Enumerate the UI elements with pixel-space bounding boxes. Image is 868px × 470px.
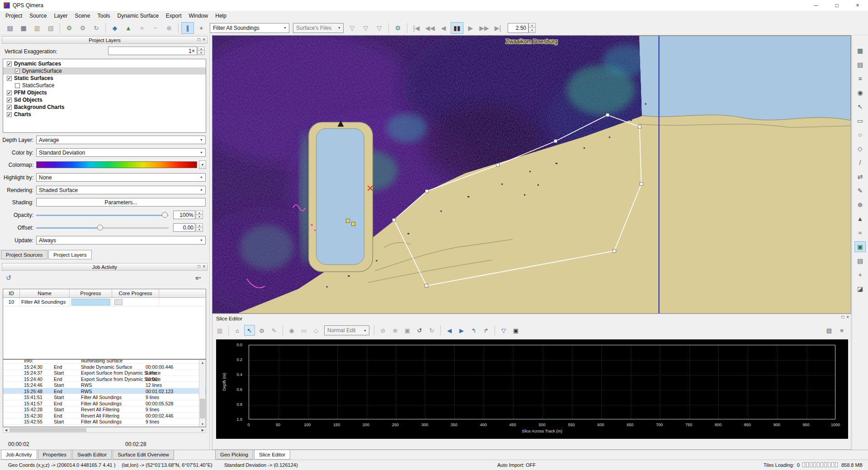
- track-lines-icon[interactable]: ≡: [854, 73, 866, 84]
- scroll-down-icon[interactable]: ▼: [199, 421, 206, 427]
- scroll-right-icon[interactable]: ▶: [200, 428, 206, 432]
- log-row[interactable]: 15:24:30EndShade Dynamic Surface00:00:00…: [3, 364, 206, 370]
- turn-right-icon[interactable]: ↱: [481, 325, 491, 336]
- menu-item-tools[interactable]: Tools: [94, 11, 113, 20]
- close-button[interactable]: ×: [847, 0, 868, 11]
- tab-surface-edit-overview[interactable]: Surface Edit Overview: [113, 450, 174, 460]
- log-row[interactable]: 15:24:40EndExport Surface from Dynamic S…: [3, 376, 206, 382]
- spin-up-icon[interactable]: ▲: [196, 223, 203, 228]
- log-row[interactable]: 15:24:37StartExport Surface from Dynamic…: [3, 370, 206, 376]
- polygon-vertex-handle[interactable]: [613, 249, 616, 253]
- color-map-icon[interactable]: ▤: [854, 59, 866, 70]
- menu-item-project[interactable]: Project: [2, 11, 26, 20]
- annotate-tool-icon[interactable]: ✎: [854, 185, 866, 196]
- measure-tool-icon[interactable]: ⇄: [854, 171, 866, 182]
- pointer-tool-icon[interactable]: ↖: [244, 325, 255, 336]
- column-header-name[interactable]: Name: [20, 289, 70, 297]
- spin-up-icon[interactable]: ▲: [196, 211, 203, 215]
- update-dropdown[interactable]: Always▼: [36, 236, 206, 244]
- job-row[interactable]: 10Filter All Soundings: [3, 298, 206, 306]
- polygon-select-icon[interactable]: ◇: [854, 143, 866, 154]
- log-row[interactable]: 15:41:51StartFilter All Soundings9 lines: [3, 394, 206, 400]
- menu-item-export[interactable]: Export: [162, 11, 185, 20]
- select-rect-icon[interactable]: ▭: [298, 325, 309, 336]
- slice-filter-icon[interactable]: ▽: [498, 325, 509, 336]
- offset-slider-handle[interactable]: [97, 225, 103, 230]
- layer-stack-icon[interactable]: ▤: [854, 255, 866, 266]
- edit-surface-icon[interactable]: ◪: [854, 283, 866, 294]
- svp-icon[interactable]: ≈: [136, 22, 148, 34]
- fast-backward-icon[interactable]: ◀◀: [424, 22, 436, 34]
- filter-mode-dropdown[interactable]: Filter All Soundings▼: [210, 23, 289, 33]
- column-header-progress[interactable]: Progress: [70, 289, 112, 297]
- tab-project-layers[interactable]: Project Layers: [48, 250, 92, 259]
- snapshot-icon[interactable]: ▣: [510, 325, 521, 336]
- scrollbar-thumb[interactable]: [9, 428, 86, 432]
- opacity-slider[interactable]: [36, 215, 169, 216]
- opacity-value[interactable]: 100%: [173, 211, 195, 219]
- minimize-button[interactable]: ─: [806, 0, 826, 11]
- log-row[interactable]: 15:41:57EndFilter All Soundings00:00:05.…: [3, 400, 206, 407]
- skip-first-icon[interactable]: |◀: [410, 22, 423, 34]
- globe-tool-icon[interactable]: ⊕: [854, 199, 866, 210]
- select-point-icon[interactable]: ◉: [286, 325, 297, 336]
- prev-slice-icon[interactable]: ◀: [444, 325, 455, 336]
- tab-geo-picking[interactable]: Geo Picking: [215, 450, 253, 460]
- navigation-icon[interactable]: ▲: [122, 22, 135, 34]
- rect-select-icon[interactable]: ▭: [854, 115, 866, 126]
- offset-spinner[interactable]: ▲▼: [196, 223, 203, 232]
- polygon-vertex-handle[interactable]: [554, 140, 557, 143]
- tab-properties[interactable]: Properties: [38, 450, 71, 460]
- auto-process-icon[interactable]: ⚙: [63, 22, 75, 34]
- undo-edit-icon[interactable]: ↺: [414, 325, 425, 336]
- log-horizontal-scrollbar[interactable]: ◀ ▶: [3, 427, 206, 433]
- map-canvas[interactable]: Zwaaikom Doesburg: [212, 36, 851, 313]
- lasso-select-icon[interactable]: ○: [854, 129, 866, 140]
- shading-button[interactable]: Parameters...: [36, 198, 206, 207]
- surface-files-dropdown[interactable]: Surface's Files▼: [293, 23, 344, 33]
- accept-soundings-icon[interactable]: ⊕: [390, 325, 401, 336]
- log-row[interactable]: Info:Illuminating Surface: [3, 359, 206, 364]
- opacity-spinner[interactable]: ▲▼: [196, 211, 203, 219]
- soundings-icon[interactable]: ◉: [854, 87, 866, 98]
- filter-reject-icon[interactable]: ▽: [359, 22, 372, 34]
- color-by-dropdown[interactable]: Standard Deviation▼: [36, 148, 206, 157]
- log-row[interactable]: 15:42:28StartRevert All Filtering9 lines: [3, 406, 206, 413]
- chart-object-marker[interactable]: [346, 219, 350, 223]
- rendering-dropdown[interactable]: Shaded Surface▼: [36, 186, 206, 194]
- next-slice-icon[interactable]: ▶: [456, 325, 467, 336]
- tab-swath-editor[interactable]: Swath Editor: [72, 450, 112, 460]
- log-row[interactable]: 15:42:55StartFilter All Soundings9 lines: [3, 418, 206, 425]
- processing-settings-icon[interactable]: ⚙: [76, 22, 89, 34]
- save-slice-icon[interactable]: ▥: [214, 325, 225, 336]
- play-icon[interactable]: ▶: [464, 22, 477, 34]
- menu-item-window[interactable]: Window: [185, 11, 212, 20]
- polygon-vertex-handle[interactable]: [640, 182, 643, 185]
- step-backward-icon[interactable]: ◀: [437, 22, 450, 34]
- float-panel-icon[interactable]: □: [841, 315, 844, 320]
- restore-soundings-icon[interactable]: ▣: [402, 325, 413, 336]
- log-row[interactable]: 15:42:30EndRevert All Filtering00:00:02.…: [3, 413, 206, 419]
- opacity-slider-handle[interactable]: [162, 212, 168, 218]
- select-soundings-icon[interactable]: +: [195, 22, 208, 34]
- slice-tool-icon[interactable]: ∥: [181, 22, 194, 34]
- export-slice-icon[interactable]: ▤: [824, 325, 835, 336]
- spin-down-icon[interactable]: ▼: [528, 28, 536, 33]
- polygon-vertex-handle[interactable]: [496, 164, 500, 167]
- sonar-files-icon[interactable]: ◆: [108, 22, 121, 34]
- fast-forward-icon[interactable]: ▶▶: [478, 22, 491, 34]
- tide-icon[interactable]: ~: [149, 22, 162, 34]
- column-header-core-progress[interactable]: Core Progress: [112, 289, 159, 297]
- add-processed-files-icon[interactable]: ▦: [17, 22, 30, 34]
- close-panel-icon[interactable]: ×: [846, 315, 849, 320]
- scroll-up-icon[interactable]: ▲: [199, 360, 206, 365]
- tab-slice-editor[interactable]: Slice Editor: [254, 450, 290, 460]
- pause-icon[interactable]: ▮▮: [451, 22, 463, 34]
- menu-item-dynamic-surface[interactable]: Dynamic Surface: [113, 11, 162, 20]
- maximize-button[interactable]: □: [826, 0, 847, 11]
- menu-item-help[interactable]: Help: [212, 11, 230, 20]
- highlight-by-dropdown[interactable]: None▼: [36, 173, 206, 182]
- skip-last-icon[interactable]: ▶|: [491, 22, 504, 34]
- tab-job-activity[interactable]: Job Activity: [1, 450, 37, 460]
- close-panel-icon[interactable]: ×: [203, 264, 205, 269]
